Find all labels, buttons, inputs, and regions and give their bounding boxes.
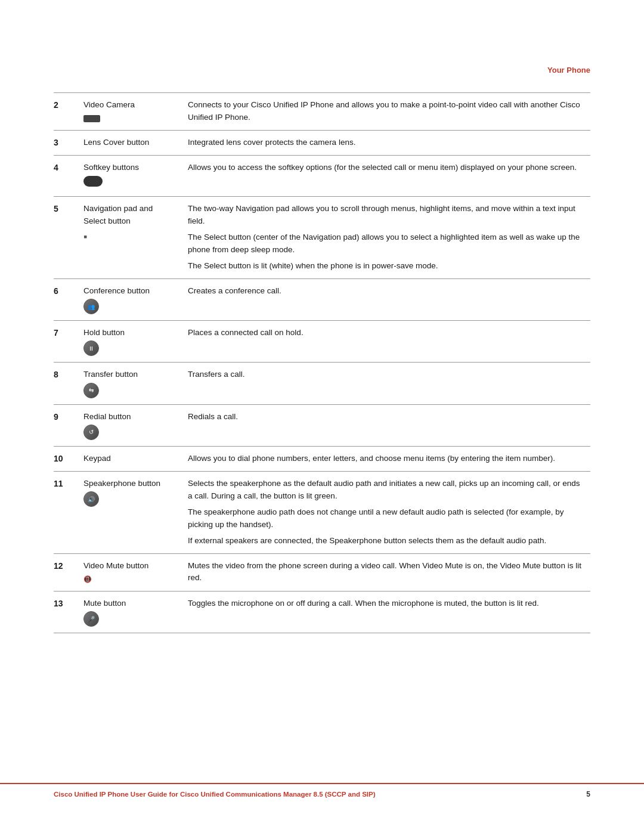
mute-icon: 🎤 [83,611,99,627]
row-number: 12 [54,553,76,592]
row-number: 4 [54,155,76,197]
desc-paragraph: Integrated lens cover protects the camer… [188,137,583,149]
conference-icon: 👥 [83,299,99,314]
table-row: 3Lens Cover buttonIntegrated lens cover … [54,130,590,155]
desc-paragraph: The speakerphone audio path does not cha… [188,506,583,531]
main-content: 2Video CameraConnects to your Cisco Unif… [0,92,644,657]
row-name: Lens Cover button [76,130,181,155]
item-label: Hold button [83,328,125,337]
desc-paragraph: Allows you to dial phone numbers, enter … [188,453,583,465]
softkey-icon [83,176,103,187]
row-description: Selects the speakerphone as the default … [181,471,590,553]
item-label: Softkey buttons [83,163,139,172]
item-label: Lens Cover button [83,138,149,147]
footer-right: 5 [586,790,590,798]
row-description: The two-way Navigation pad allows you to… [181,197,590,279]
desc-paragraph: The two-way Navigation pad allows you to… [188,203,583,228]
table-row: 2Video CameraConnects to your Cisco Unif… [54,93,590,131]
row-name: Mute button🎤 [76,592,181,633]
row-number: 10 [54,446,76,471]
desc-paragraph: Redials a call. [188,411,583,423]
table-row: 7Hold button⏸Places a connected call on … [54,321,590,363]
table-row: 6Conference button👥Creates a conference … [54,278,590,320]
item-icon-container [83,111,174,123]
redial-icon: ↺ [83,425,99,440]
table-row: 12Video Mute button📵Mutes the video from… [54,553,590,592]
item-icon-container: ↺ [83,423,174,440]
desc-paragraph: Toggles the microphone on or off during … [188,597,583,610]
row-name: Video Camera [76,93,181,131]
table-row: 11Speakerphone button🔊Selects the speake… [54,471,590,553]
row-description: Creates a conference call. [181,278,590,320]
table-row: 5Navigation pad and Select button▪The tw… [54,197,590,279]
row-number: 13 [54,592,76,633]
row-number: 5 [54,197,76,279]
item-label: Navigation pad and Select button [83,204,153,225]
row-number: 3 [54,130,76,155]
item-label: Keypad [83,454,111,463]
item-icon-container: 🎤 [83,609,174,627]
row-description: Redials a call. [181,404,590,446]
item-label: Conference button [83,286,150,295]
nav-icon: ▪ [83,229,174,245]
table-row: 13Mute button🎤Toggles the microphone on … [54,592,590,633]
row-name: Conference button👥 [76,278,181,320]
row-number: 6 [54,278,76,320]
desc-paragraph: The Select button (center of the Navigat… [188,231,583,256]
row-description: Places a connected call on hold. [181,321,590,363]
row-name: Redial button↺ [76,404,181,446]
item-icon-container: ⏸ [83,339,174,356]
table-row: 9Redial button↺Redials a call. [54,404,590,446]
item-label: Mute button [83,599,126,608]
camera-icon [83,115,100,122]
row-description: Allows you to access the softkey options… [181,155,590,197]
item-icon-container: ▪ [83,229,174,245]
item-label: Transfer button [83,370,138,379]
desc-paragraph: Allows you to access the softkey options… [188,162,583,174]
row-description: Integrated lens cover protects the camer… [181,130,590,155]
desc-paragraph: The Select button is lit (white) when th… [188,260,583,272]
desc-paragraph: If external speakers are connected, the … [188,535,583,547]
item-icon-container [83,174,174,190]
hold-icon: ⏸ [83,340,99,356]
videomute-icon: 📵 [83,574,92,584]
desc-paragraph: Creates a conference call. [188,285,583,298]
item-icon-container: 📵 [83,572,174,585]
desc-paragraph: Transfers a call. [188,368,583,381]
item-label: Video Camera [83,100,135,109]
desc-paragraph: Mutes the video from the phone screen du… [188,560,583,585]
row-number: 8 [54,363,76,404]
footer-section: Cisco Unified IP Phone User Guide for Ci… [0,783,644,804]
footer-left: Cisco Unified IP Phone User Guide for Ci… [54,791,376,798]
row-number: 9 [54,404,76,446]
row-description: Allows you to dial phone numbers, enter … [181,446,590,471]
header-title: Your Phone [547,66,590,75]
row-number: 11 [54,471,76,553]
item-label: Speakerphone button [83,479,160,488]
item-icon-container: ⇆ [83,381,174,398]
row-name: Speakerphone button🔊 [76,471,181,553]
row-name: Transfer button⇆ [76,363,181,404]
row-name: Video Mute button📵 [76,553,181,592]
speaker-icon: 🔊 [83,491,99,507]
table-row: 8Transfer button⇆Transfers a call. [54,363,590,404]
row-name: Navigation pad and Select button▪ [76,197,181,279]
header-section: Your Phone [0,0,644,86]
row-name: Hold button⏸ [76,321,181,363]
page-container: Your Phone 2Video CameraConnects to your… [0,0,644,833]
row-description: Connects to your Cisco Unified IP Phone … [181,93,590,131]
desc-paragraph: Places a connected call on hold. [188,327,583,339]
desc-paragraph: Selects the speakerphone as the default … [188,478,583,503]
row-description: Toggles the microphone on or off during … [181,592,590,633]
row-description: Transfers a call. [181,363,590,404]
row-name: Keypad [76,446,181,471]
desc-paragraph: Connects to your Cisco Unified IP Phone … [188,99,583,124]
item-icon-container: 👥 [83,297,174,314]
item-label: Video Mute button [83,561,148,570]
row-description: Mutes the video from the phone screen du… [181,553,590,592]
item-icon-container: 🔊 [83,490,174,507]
features-table: 2Video CameraConnects to your Cisco Unif… [54,92,590,633]
row-number: 7 [54,321,76,363]
row-number: 2 [54,93,76,131]
table-row: 10KeypadAllows you to dial phone numbers… [54,446,590,471]
